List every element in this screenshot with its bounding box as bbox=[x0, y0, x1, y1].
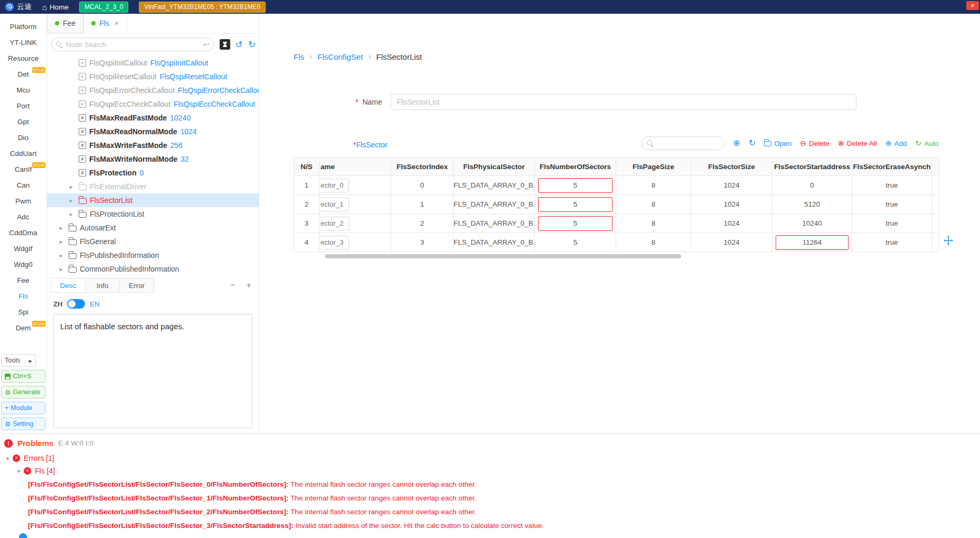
tree-item[interactable]: ×FlsQspiErrorCheckCalloutFlsQspiErrorChe… bbox=[47, 84, 259, 97]
add-button[interactable]: ⊕Add bbox=[885, 140, 907, 147]
top-bar: 云途 ⌂ Home MCAL_2_3_0 VinFast_YTM32B1ME05… bbox=[0, 0, 980, 14]
sector-name-input[interactable]: ector_1 bbox=[319, 198, 349, 211]
tree-item[interactable]: #FlsMaxReadNormalMode1024 bbox=[47, 125, 259, 138]
open-button[interactable]: Open bbox=[764, 140, 791, 147]
tree-item[interactable]: ×FlsQspiResetCalloutFlsQspiResetCallout bbox=[47, 70, 259, 84]
sidebar-item-ccduart[interactable]: CddUart bbox=[0, 146, 46, 162]
tab-desc[interactable]: Desc bbox=[51, 278, 86, 293]
sidebar-item-port[interactable]: Port bbox=[0, 98, 46, 114]
fls-error-group[interactable]: ▾ × Fls [4] bbox=[0, 467, 980, 475]
table-row[interactable]: 4 ector_3 3 FLS_DATA_ARRAY_0_B... 5 8 10… bbox=[294, 233, 939, 252]
node-search-box[interactable]: ↩ bbox=[51, 38, 214, 51]
sidebar-item-dio[interactable]: Dio bbox=[0, 130, 46, 146]
name-field[interactable] bbox=[391, 94, 856, 110]
sidebar-item-dem[interactable]: DemSTUB bbox=[0, 320, 46, 336]
sidebar-item-fls[interactable]: Fls bbox=[0, 289, 46, 304]
tree-folder-flsprotectionlist[interactable]: ▸FlsProtectionList bbox=[47, 207, 259, 221]
project-badge[interactable]: VinFast_YTM32B1ME05 : YTM32B1ME0 bbox=[139, 2, 266, 13]
locate-icon[interactable]: ⊕ bbox=[733, 139, 740, 147]
tree-folder-commonpublishedinformation[interactable]: ▸CommonPublishedInformation bbox=[47, 262, 259, 276]
table-row[interactable]: 3 ector_2 2 FLS_DATA_ARRAY_0_B... 5 8 10… bbox=[294, 214, 939, 233]
module-button[interactable]: +Module bbox=[1, 402, 45, 414]
expand-icon[interactable]: + bbox=[246, 280, 251, 291]
errors-group-label: Errors [1] bbox=[24, 454, 54, 462]
sidebar-item-label: Platform bbox=[10, 23, 36, 31]
error-message[interactable]: [Fls/FlsConfigSet/FlsSectorList/FlsSecto… bbox=[0, 521, 980, 530]
tree-folder-flsexternaldriver[interactable]: ▸FlsExternalDriver bbox=[47, 180, 259, 193]
number-of-sectors-input[interactable]: 5 bbox=[538, 197, 612, 212]
hourglass-icon[interactable] bbox=[220, 39, 230, 50]
mcal-version-badge[interactable]: MCAL_2_3_0 bbox=[79, 2, 128, 13]
delete-button[interactable]: ⊖Delete bbox=[800, 140, 830, 147]
number-of-sectors-input[interactable]: 5 bbox=[538, 178, 612, 193]
home-button[interactable]: ⌂ Home bbox=[42, 3, 69, 11]
horizontal-scrollbar[interactable] bbox=[325, 254, 681, 258]
error-text: The internal flash sector ranges cannot … bbox=[290, 480, 476, 488]
number-of-sectors-input[interactable]: 5 bbox=[538, 216, 612, 231]
refresh-icon[interactable]: ↻ bbox=[749, 139, 756, 147]
sector-name-input[interactable]: ector_3 bbox=[319, 236, 349, 249]
tree-item[interactable]: ×FlsQspiInitCalloutFlsQspiInitCallout bbox=[47, 56, 259, 70]
cell-start-address: 0 bbox=[772, 176, 852, 195]
sidebar-item-pwm[interactable]: Pwm bbox=[0, 193, 46, 209]
redo-icon[interactable]: ↻ bbox=[248, 40, 256, 49]
sidebar-item-canif[interactable]: CanIfSTUB bbox=[0, 162, 46, 178]
sidebar-item-ccddma[interactable]: CddDma bbox=[0, 225, 46, 241]
error-message[interactable]: [Fls/FlsConfigSet/FlsSectorList/FlsSecto… bbox=[0, 507, 980, 516]
close-icon[interactable]: × bbox=[966, 1, 979, 10]
errors-group[interactable]: ▾ × Errors [1] bbox=[0, 454, 980, 462]
tree-item[interactable]: #FlsMaxWriteNormalMode32 bbox=[47, 152, 259, 166]
tree-item[interactable]: #FlsProtection0 bbox=[47, 166, 259, 180]
language-toggle[interactable] bbox=[67, 299, 85, 309]
auto-button[interactable]: ↻Auto bbox=[915, 140, 939, 147]
cell-erase-asynch: true bbox=[852, 195, 932, 214]
table-row[interactable]: 2 ector_1 1 FLS_DATA_ARRAY_0_B... 5 8 10… bbox=[294, 195, 939, 214]
delete-all-button[interactable]: ⊗Delete All bbox=[838, 140, 877, 147]
tab-fee[interactable]: Fee bbox=[47, 14, 83, 33]
tree-folder-autosarext[interactable]: ▸AutosarExt bbox=[47, 221, 259, 235]
tree-item[interactable]: ×FlsQspiEccCheckCalloutFlsQspiEccCheckCa… bbox=[47, 97, 259, 111]
node-search-input[interactable] bbox=[66, 41, 200, 49]
sidebar-item-adc[interactable]: Adc bbox=[0, 209, 46, 225]
start-address-input[interactable]: 11264 bbox=[776, 235, 849, 250]
tab-error[interactable]: Error bbox=[119, 278, 154, 293]
sidebar-item-spi[interactable]: Spi bbox=[0, 304, 46, 320]
move-handle-icon[interactable] bbox=[944, 236, 953, 247]
tools-button[interactable]: Tools▸ bbox=[1, 354, 36, 367]
table-search-box[interactable] bbox=[642, 136, 724, 150]
sidebar-item-wdg0[interactable]: Wdg0 bbox=[0, 257, 46, 273]
sidebar-item-det[interactable]: DetSTUB bbox=[0, 67, 46, 82]
tree-item-value: FlsQspiErrorCheckCallout bbox=[178, 86, 259, 95]
description-text[interactable]: List of flashable sectors and pages. bbox=[53, 314, 252, 428]
minus-circle-icon: ⊖ bbox=[800, 140, 806, 147]
sidebar-item-wdgif[interactable]: WdgIf bbox=[0, 241, 46, 257]
sector-name-input[interactable]: ector_0 bbox=[319, 179, 349, 192]
collapse-icon[interactable]: − bbox=[230, 280, 235, 291]
table-search-input[interactable] bbox=[657, 140, 715, 147]
sidebar-item-platform[interactable]: Platform bbox=[0, 19, 46, 35]
tree-folder-flspublishedinformation[interactable]: ▸FlsPublishedInformation bbox=[47, 248, 259, 262]
sidebar-item-can[interactable]: Can bbox=[0, 178, 46, 193]
sector-name-input[interactable]: ector_2 bbox=[319, 217, 349, 230]
generate-button[interactable]: ⚙Generate bbox=[1, 386, 45, 398]
tab-fls[interactable]: Fls × bbox=[83, 14, 127, 33]
setting-button[interactable]: ⚙Setting bbox=[1, 418, 45, 430]
tree-item[interactable]: #FlsMaxWriteFastMode256 bbox=[47, 138, 259, 152]
error-message[interactable]: [Fls/FlsConfigSet/FlsSectorList/FlsSecto… bbox=[0, 480, 980, 489]
undo-icon[interactable]: ↺ bbox=[235, 40, 243, 49]
sidebar-item-yt-link[interactable]: YT-LINK bbox=[0, 35, 46, 51]
save-button[interactable]: Ctrl+S bbox=[1, 370, 45, 383]
tree-folder-flsgeneral[interactable]: ▸FlsGeneral bbox=[47, 235, 259, 248]
sidebar-item-resource[interactable]: Resource bbox=[0, 51, 46, 67]
tree-item[interactable]: #FlsMaxReadFastMode10240 bbox=[47, 111, 259, 125]
tree-folder-flssectorlist[interactable]: ▸FlsSectorList bbox=[47, 193, 259, 207]
table-row[interactable]: 1 ector_0 0 FLS_DATA_ARRAY_0_B... 5 8 10… bbox=[294, 176, 939, 195]
sidebar-item-mcu[interactable]: Mcu bbox=[0, 82, 46, 98]
sidebar-item-gpt[interactable]: Gpt bbox=[0, 114, 46, 130]
tab-info[interactable]: Info bbox=[85, 278, 120, 293]
breadcrumb-fls[interactable]: Fls bbox=[294, 52, 304, 61]
sidebar-item-fee[interactable]: Fee bbox=[0, 273, 46, 289]
error-message[interactable]: [Fls/FlsConfigSet/FlsSectorList/FlsSecto… bbox=[0, 494, 980, 503]
breadcrumb-flsconfigset[interactable]: FlsConfigSet bbox=[317, 52, 363, 61]
close-tab-icon[interactable]: × bbox=[115, 19, 119, 27]
